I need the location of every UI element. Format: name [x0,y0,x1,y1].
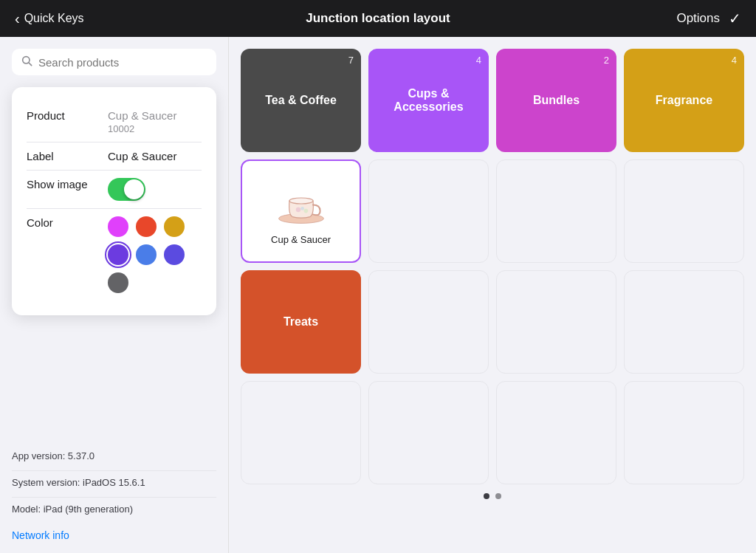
svg-point-6 [303,208,308,213]
tile-empty-15 [496,381,616,484]
nav-bar: ‹ Quick Keys Junction location layout Op… [0,0,756,37]
back-arrow-icon: ‹ [15,10,20,27]
search-input[interactable] [38,56,207,69]
options-button[interactable]: Options [676,11,720,26]
main-content: 7 Tea & Coffee 4 Cups & Accessories 2 Bu… [229,37,756,553]
popup-product-info: Cup & Saucer 10002 [108,109,176,134]
search-bar [12,49,216,75]
color-yellow[interactable] [164,216,185,237]
svg-line-1 [29,63,32,66]
tile-label: Fragrance [656,94,712,107]
tile-badge: 4 [732,55,737,66]
product-popup: Product Cup & Saucer 10002 Label Cup & S… [12,87,216,315]
tile-label: Bundles [533,94,580,107]
popup-product-name: Cup & Saucer [108,109,176,122]
tile-badge: 2 [604,55,609,66]
color-picker [108,216,202,293]
tile-label: Cups & Accessories [377,87,480,114]
tile-label: Treats [284,315,318,329]
color-blue[interactable] [136,244,157,265]
cup-saucer-image [272,178,331,230]
svg-point-4 [295,207,300,211]
popup-label-row: Label Cup & Saucer [27,142,202,171]
tile-empty-16 [624,381,744,484]
page-dot-1[interactable] [484,493,489,499]
tile-fragrance[interactable]: 4 Fragrance [624,49,744,152]
tile-badge: 4 [476,55,481,66]
popup-color-label: Color [27,216,108,229]
toggle-knob [124,179,144,199]
popup-show-image-row: Show image [27,171,202,209]
popup-product-label: Product [27,109,108,122]
tile-empty-11 [496,270,616,374]
color-orange-red[interactable] [136,216,157,237]
pagination-dots [241,493,744,499]
tile-empty-10 [368,270,489,374]
sidebar: Product Cup & Saucer 10002 Label Cup & S… [0,37,229,553]
popup-label-value: Cup & Saucer [108,150,176,162]
product-grid: 7 Tea & Coffee 4 Cups & Accessories 2 Bu… [241,49,744,484]
popup-product-row: Product Cup & Saucer 10002 [27,102,202,142]
tile-cup-saucer-label: Cup & Saucer [271,234,331,245]
model-info: Model: iPad (9th generation) [12,504,216,523]
tile-cups-accessories[interactable]: 4 Cups & Accessories [368,49,489,152]
nav-right: Options ✓ [676,10,741,27]
tile-bundles[interactable]: 2 Bundles [496,49,616,152]
show-image-toggle[interactable] [108,178,145,201]
system-version: System version: iPadOS 15.6.1 [12,477,216,498]
popup-product-id: 10002 [108,123,176,134]
tile-tea-coffee[interactable]: 7 Tea & Coffee [241,49,361,152]
svg-point-3 [289,198,313,204]
app-version: App version: 5.37.0 [12,450,216,471]
tile-empty-8 [624,159,744,263]
network-info-link[interactable]: Network info [12,529,216,541]
tile-empty-12 [624,270,744,374]
sidebar-footer: App version: 5.37.0 System version: iPad… [12,436,216,553]
tile-empty-7 [496,159,616,263]
tile-cup-saucer[interactable]: Cup & Saucer [241,159,361,263]
page-dot-2[interactable] [495,493,501,499]
tile-empty-14 [368,381,489,484]
color-purple-light[interactable] [108,244,128,265]
tile-label: Tea & Coffee [265,94,337,107]
color-pink[interactable] [108,216,128,237]
tile-empty-13 [241,381,361,484]
tile-treats[interactable]: Treats [241,270,361,374]
color-purple-dark[interactable] [164,244,185,265]
nav-title: Junction location layout [306,11,450,26]
svg-point-5 [300,207,304,210]
tile-empty-6 [368,159,489,263]
confirm-button[interactable]: ✓ [729,10,741,27]
popup-color-row: Color [27,209,202,300]
main-layout: Product Cup & Saucer 10002 Label Cup & S… [0,37,756,553]
nav-back-label: Quick Keys [24,12,84,25]
popup-show-image-label: Show image [27,178,108,190]
popup-label-label: Label [27,150,108,162]
color-gray[interactable] [108,272,128,293]
back-button[interactable]: ‹ Quick Keys [15,10,84,27]
tile-badge: 7 [348,55,354,66]
search-icon [21,55,32,69]
